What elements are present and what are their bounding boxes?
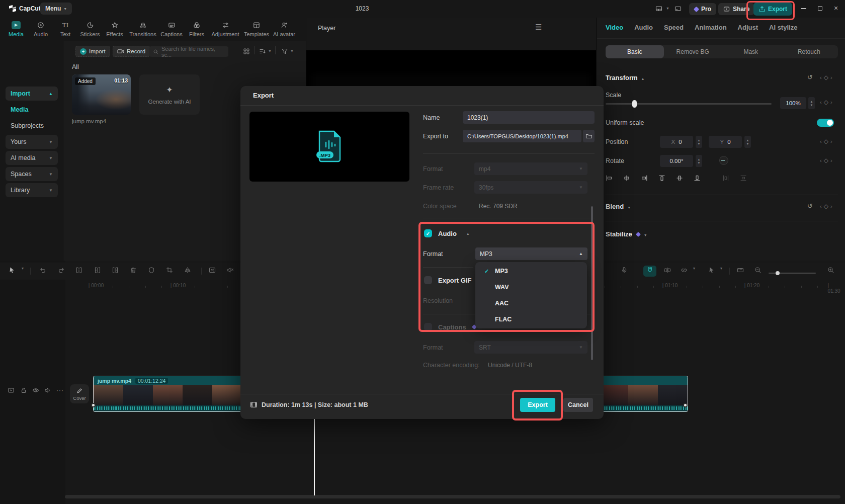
ribbon-tab-audio[interactable]: Audio bbox=[34, 20, 48, 37]
distribute-vertical-icon[interactable] bbox=[740, 175, 747, 182]
filter-media-icon[interactable] bbox=[281, 48, 288, 55]
align-left-icon[interactable] bbox=[606, 175, 613, 182]
transform-reset-icon[interactable]: ↺ bbox=[807, 73, 813, 81]
player-layout-icon[interactable] bbox=[655, 5, 662, 12]
scale-keyframe-control[interactable]: ‹◇› bbox=[820, 99, 832, 106]
ribbon-tab-filters[interactable]: Filters bbox=[189, 20, 204, 37]
dropdown-option-mp3[interactable]: ✓MP3 bbox=[475, 263, 587, 279]
preview-axis-icon[interactable] bbox=[737, 267, 744, 274]
subtab-basic[interactable]: Basic bbox=[606, 45, 664, 58]
sidebar-item-yours[interactable]: Yours▼ bbox=[6, 135, 58, 149]
timeline-zoom-slider[interactable] bbox=[769, 273, 816, 274]
sort-icon[interactable] bbox=[259, 48, 266, 55]
sort-caret-icon[interactable]: ▼ bbox=[268, 49, 272, 53]
sidebar-item-library[interactable]: Library▼ bbox=[6, 183, 58, 197]
dropdown-option-aac[interactable]: AAC bbox=[475, 295, 587, 311]
rotate-value-field[interactable]: 0.00° bbox=[660, 155, 693, 167]
subtab-remove-bg[interactable]: Remove BG bbox=[664, 45, 722, 58]
select-tool-icon[interactable] bbox=[9, 267, 16, 274]
ribbon-tab-captions[interactable]: Captions bbox=[160, 20, 182, 37]
ribbon-tab-stickers[interactable]: Stickers bbox=[80, 20, 100, 37]
more-icon[interactable]: ··· bbox=[56, 387, 64, 393]
position-keyframe-control[interactable]: ‹◇› bbox=[820, 138, 832, 145]
split-delete-left-icon[interactable] bbox=[94, 267, 101, 274]
redo-icon[interactable] bbox=[58, 267, 65, 274]
visibility-icon[interactable] bbox=[32, 387, 39, 394]
pro-badge[interactable]: Pro bbox=[689, 3, 716, 15]
sidebar-item-import[interactable]: Import▲ bbox=[6, 87, 58, 101]
rotate-dial[interactable] bbox=[719, 156, 728, 165]
layout-caret-icon[interactable]: ▼ bbox=[666, 7, 669, 10]
select-caret-icon[interactable]: ▼ bbox=[21, 267, 25, 270]
auto-snap-icon[interactable] bbox=[664, 267, 671, 274]
rotate-stepper[interactable]: ▲▼ bbox=[696, 155, 702, 167]
zoom-in-icon[interactable] bbox=[827, 267, 834, 274]
crop-icon[interactable] bbox=[166, 267, 173, 274]
link-caret-icon[interactable]: ▼ bbox=[693, 267, 696, 270]
clip-trim-handle-right[interactable] bbox=[683, 403, 688, 407]
blend-reset-icon[interactable]: ↺ bbox=[807, 202, 813, 210]
dialog-scrollbar[interactable] bbox=[591, 206, 593, 360]
position-x-field[interactable]: X0 bbox=[660, 136, 693, 148]
delete-icon[interactable] bbox=[130, 267, 137, 274]
inspector-tab-video[interactable]: Video bbox=[606, 24, 623, 31]
compact-layout-icon[interactable] bbox=[674, 5, 682, 12]
align-top-icon[interactable] bbox=[658, 175, 665, 182]
split-icon[interactable] bbox=[75, 267, 82, 274]
zoom-out-icon[interactable] bbox=[754, 267, 762, 274]
generate-with-ai-card[interactable]: ✦ Generate with AI bbox=[139, 74, 200, 115]
import-file-button[interactable]: + Import bbox=[75, 46, 110, 57]
timeline-zoom-handle[interactable] bbox=[776, 271, 780, 275]
search-input[interactable]: Search for file names, sc... bbox=[149, 46, 228, 57]
clip-trim-handle-left[interactable] bbox=[91, 403, 96, 407]
position-y-field[interactable]: Y0 bbox=[709, 136, 742, 148]
align-center-horizontal-icon[interactable] bbox=[676, 175, 683, 182]
audio-collapse-icon[interactable]: ▲ bbox=[466, 232, 470, 235]
ribbon-tab-media[interactable]: ▶Media bbox=[9, 20, 24, 37]
lock-icon[interactable] bbox=[20, 387, 27, 394]
grid-view-icon[interactable] bbox=[243, 48, 250, 55]
close-button[interactable]: × bbox=[834, 4, 838, 12]
shield-icon[interactable] bbox=[148, 267, 155, 274]
player-menu-icon[interactable]: ☰ bbox=[535, 23, 542, 32]
sidebar-item-ai-media[interactable]: AI media▼ bbox=[6, 151, 58, 165]
name-input[interactable]: 1023(1) bbox=[463, 111, 595, 124]
record-voiceover-icon[interactable] bbox=[621, 267, 628, 274]
blend-section-header[interactable]: Blend▼ bbox=[606, 203, 631, 210]
subtab-mask[interactable]: Mask bbox=[722, 45, 780, 58]
separate-audio-icon[interactable] bbox=[227, 267, 234, 274]
menu-button[interactable]: Menu▼ bbox=[40, 3, 72, 15]
inspector-tab-adjust[interactable]: Adjust bbox=[738, 24, 758, 31]
inspector-tab-animation[interactable]: Animation bbox=[695, 24, 727, 31]
media-thumbnail[interactable]: Added 01:13 bbox=[72, 74, 131, 115]
sidebar-item-media[interactable]: Media bbox=[6, 103, 58, 117]
audio-checkbox[interactable]: ✓ bbox=[424, 229, 432, 237]
ribbon-tab-adjustment[interactable]: Adjustment bbox=[211, 20, 239, 37]
inspector-tab-audio[interactable]: Audio bbox=[634, 24, 653, 31]
cover-button[interactable]: Cover bbox=[70, 384, 89, 403]
sidebar-item-subprojects[interactable]: Subprojects bbox=[6, 119, 58, 133]
link-icon[interactable] bbox=[681, 267, 688, 274]
cursor-caret-icon[interactable]: ▼ bbox=[720, 267, 723, 270]
stabilize-section-header[interactable]: Stabilize▼ bbox=[606, 230, 647, 238]
ribbon-tab-effects[interactable]: Effects bbox=[106, 20, 123, 37]
export-gif-checkbox[interactable] bbox=[424, 276, 432, 284]
ribbon-tab-ai-avatar[interactable]: AI avatar bbox=[273, 20, 295, 37]
split-delete-right-icon[interactable] bbox=[112, 267, 119, 274]
mute-icon[interactable] bbox=[44, 387, 51, 394]
scale-stepper[interactable]: ▲▼ bbox=[808, 97, 815, 109]
magnet-icon[interactable] bbox=[646, 267, 653, 274]
ribbon-tab-text[interactable]: TIText bbox=[60, 20, 70, 37]
smart-tools-icon[interactable] bbox=[209, 267, 216, 274]
horizontal-scrollbar[interactable] bbox=[65, 495, 840, 498]
rotate-keyframe-control[interactable]: ‹◇› bbox=[820, 157, 832, 164]
scale-slider[interactable] bbox=[606, 103, 772, 105]
undo-icon[interactable] bbox=[39, 267, 46, 274]
uniform-scale-toggle[interactable] bbox=[817, 119, 834, 127]
align-right-icon[interactable] bbox=[641, 175, 648, 182]
ribbon-tab-templates[interactable]: Templates bbox=[244, 20, 269, 37]
transform-section-header[interactable]: Transform▲ bbox=[606, 74, 645, 81]
align-bottom-icon[interactable] bbox=[694, 175, 701, 182]
export-path-input[interactable]: C:/Users/TOPGUS/Desktop/1023(1).mp4 bbox=[463, 130, 581, 142]
align-center-vertical-icon[interactable] bbox=[623, 175, 630, 182]
